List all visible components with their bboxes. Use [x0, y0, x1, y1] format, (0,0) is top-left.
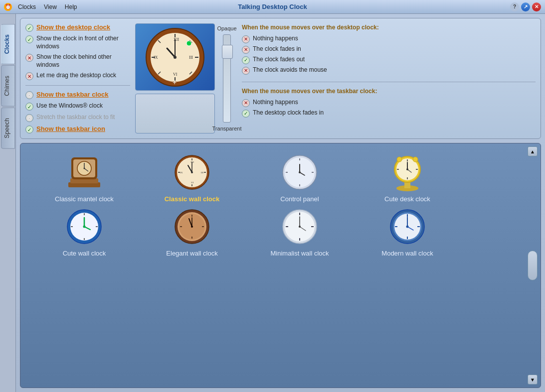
clock-label-minimalist-wall: Minimalist wall clock	[270, 250, 329, 257]
svg-point-62	[406, 168, 408, 170]
drag-clock-check[interactable]: ✕	[25, 72, 33, 80]
taskbar-fadein-label: The desktop clock fades in	[253, 109, 324, 117]
menu-help[interactable]: Help	[65, 3, 77, 10]
clock-icon-elegant-wall	[172, 207, 212, 247]
svg-point-17	[174, 56, 177, 59]
taskbar-nothing-label: Nothing happens	[253, 99, 298, 107]
svg-point-27	[84, 168, 85, 169]
svg-text:VI: VI	[191, 181, 194, 184]
clock-label-cute-desk: Cute desk clock	[384, 195, 430, 203]
preview-slider-group: XII III VI IX	[135, 23, 237, 133]
slider-transparent-label: Transparent	[212, 126, 242, 131]
svg-point-71	[83, 226, 86, 228]
mouse-desktop-section: When the mouse moves over the desktop cl…	[242, 23, 536, 77]
clock-label-elegant-wall: Elegant wall clock	[166, 250, 217, 257]
stretch-clock-label: Stretch the taskbar clock to fit	[36, 114, 115, 122]
options-divider	[25, 85, 130, 86]
mouse-nothing-option: ✕ Nothing happens	[242, 35, 536, 43]
main-container: Clocks Chimes Speech ✓ Show the desktop …	[0, 14, 545, 392]
menu-clocks[interactable]: Clocks	[18, 3, 36, 10]
clock-icon-minimalist-wall	[280, 207, 320, 247]
taskbar-clock-check[interactable]: ·	[25, 91, 33, 99]
mouse-fadeout-option: ✓ The clock fades out	[242, 56, 536, 64]
clock-label-control-panel: Control panel	[280, 195, 319, 203]
svg-text:XII: XII	[174, 37, 179, 42]
mouse-taskbar-section: When the mouse moves over the taskbar cl…	[242, 87, 536, 134]
bottom-panel: ▲ ▼	[20, 143, 541, 388]
clock-item-minimalist-wall[interactable]: Minimalist wall clock	[250, 207, 350, 257]
clock-preview-bottom	[135, 94, 215, 133]
minimize-button[interactable]: ↗	[521, 2, 530, 11]
clock-row-1: Classic mantel clock	[24, 152, 537, 203]
clock-preview-top[interactable]: XII III VI IX	[135, 23, 215, 91]
svg-text:VI: VI	[173, 72, 178, 77]
stretch-clock-option: · Stretch the taskbar clock to fit	[25, 114, 130, 122]
clock-item-cute-desk[interactable]: Cute desk clock	[358, 152, 457, 203]
svg-point-90	[299, 226, 301, 228]
clock-label-classic-mantel: Classic mantel clock	[55, 195, 114, 203]
scroll-down-button[interactable]: ▼	[528, 375, 538, 385]
clock-icon-control-panel	[280, 152, 320, 192]
svg-point-55	[413, 157, 418, 162]
tab-chimes[interactable]: Chimes	[1, 65, 15, 107]
svg-point-49	[299, 171, 301, 173]
desktop-clock-label[interactable]: Show the desktop clock	[36, 23, 110, 32]
top-panel: ✓ Show the desktop clock ✓ Show the cloc…	[20, 18, 541, 139]
mouse-avoids-option: ✕ The clock avoids the mouse	[242, 66, 536, 75]
svg-text:III: III	[189, 55, 193, 60]
front-windows-check[interactable]: ✓	[25, 35, 33, 43]
mouse-fadeout-check[interactable]: ✓	[242, 56, 250, 64]
windows-clock-check[interactable]: ✓	[25, 103, 33, 111]
clock-item-cute-wall[interactable]: Cute wall clock	[34, 207, 134, 257]
drag-clock-option: ✕ Let me drag the desktop clock	[25, 72, 130, 80]
mouse-nothing-check[interactable]: ✕	[242, 35, 250, 43]
taskbar-icon-label[interactable]: Show the taskbar icon	[36, 125, 105, 133]
opacity-slider-col: Opaque Transparent	[217, 23, 237, 133]
windows-clock-label: Use the Windows® clock	[36, 102, 103, 110]
mouse-fadein-label: The clock fades in	[253, 45, 301, 53]
sidebar-tabs: Clocks Chimes Speech	[0, 14, 16, 392]
svg-point-100	[406, 226, 409, 228]
svg-point-18	[186, 41, 191, 46]
taskbar-fadein-check[interactable]: ✓	[242, 110, 250, 118]
menu-view[interactable]: View	[44, 3, 57, 10]
tab-clocks[interactable]: Clocks	[1, 24, 15, 64]
desktop-clock-check[interactable]: ✓	[25, 24, 33, 32]
clock-item-elegant-wall[interactable]: Elegant wall clock	[142, 207, 242, 257]
preview-col: XII III VI IX	[135, 23, 215, 133]
opacity-slider-thumb[interactable]	[222, 45, 233, 59]
menu-bar: Clocks View Help	[18, 3, 77, 10]
mouse-taskbar-title: When the mouse moves over the taskbar cl…	[242, 87, 536, 96]
taskbar-nothing-check[interactable]: ✕	[242, 99, 250, 107]
desktop-clock-header: ✓ Show the desktop clock	[25, 23, 130, 32]
clock-label-cute-wall: Cute wall clock	[63, 250, 106, 257]
svg-text:III: III	[201, 171, 203, 174]
mouse-nothing-label: Nothing happens	[253, 35, 298, 43]
opacity-slider-track[interactable]	[223, 34, 231, 123]
front-windows-label: Show the clock in front of other windows	[36, 35, 130, 50]
clock-item-control-panel[interactable]: Control panel	[250, 152, 350, 203]
mouse-fadein-check[interactable]: ✕	[242, 46, 250, 54]
taskbar-icon-check[interactable]: ✓	[25, 126, 33, 133]
stretch-clock-check[interactable]: ·	[25, 114, 33, 122]
close-button[interactable]: ✕	[532, 2, 541, 11]
svg-point-81	[191, 226, 193, 228]
svg-point-40	[191, 171, 193, 173]
title-bar-left: ⏰ Clocks View Help	[4, 3, 77, 11]
clock-item-classic-mantel[interactable]: Classic mantel clock	[34, 152, 134, 203]
tab-speech[interactable]: Speech	[1, 108, 15, 149]
clock-item-classic-wall[interactable]: XII III VI IX Classic wall clock	[142, 152, 242, 203]
taskbar-clock-header: · Show the taskbar clock	[25, 91, 130, 99]
scrollbar-thumb[interactable]	[528, 251, 538, 280]
taskbar-clock-label[interactable]: Show the taskbar clock	[36, 91, 109, 99]
help-button[interactable]: ?	[510, 2, 519, 11]
mouse-divider	[242, 82, 536, 82]
drag-clock-label: Let me drag the desktop clock	[36, 72, 116, 80]
scroll-up-button[interactable]: ▲	[528, 146, 538, 156]
mouse-avoids-check[interactable]: ✕	[242, 67, 250, 75]
svg-text:+: +	[173, 78, 177, 86]
clock-item-modern-wall[interactable]: Modern wall clock	[358, 207, 457, 257]
behind-windows-check[interactable]: ✕	[25, 54, 33, 62]
mouse-options-col: When the mouse moves over the desktop cl…	[242, 23, 536, 133]
clock-label-classic-wall: Classic wall clock	[165, 195, 220, 203]
